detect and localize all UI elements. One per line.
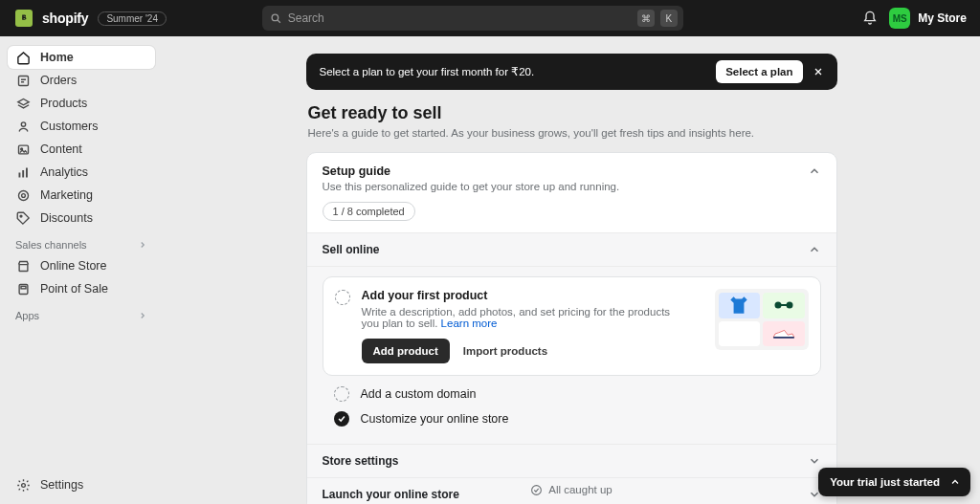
plan-banner: Select a plan to get your first month fo… <box>306 54 837 90</box>
svg-rect-6 <box>18 172 20 177</box>
sidebar-item-label: Marketing <box>40 189 93 202</box>
discounts-icon <box>15 210 31 226</box>
hero: Get ready to sell Here's a guide to get … <box>306 103 837 139</box>
setup-guide-card: Setup guide Use this personalized guide … <box>306 152 837 504</box>
sidebar-item-label: Products <box>40 98 87 110</box>
orders-icon <box>15 73 31 88</box>
task-description: Write a description, add photos, and set… <box>362 306 678 329</box>
store-switcher[interactable]: MS My Store <box>889 8 967 29</box>
sidebar-item-content[interactable]: Content <box>8 138 155 161</box>
home-icon <box>15 50 31 65</box>
app-shell: Home Orders Products Customers Content A… <box>0 36 980 504</box>
sidebar-item-settings[interactable]: Settings <box>8 473 155 496</box>
sidebar-item-label: Analytics <box>40 166 88 179</box>
svg-rect-12 <box>19 264 28 271</box>
sidebar-item-customers[interactable]: Customers <box>8 115 155 138</box>
sidebar-item-pos[interactable]: Point of Sale <box>8 277 155 300</box>
section-sell-online[interactable]: Sell online <box>307 232 836 266</box>
sidebar-item-analytics[interactable]: Analytics <box>8 161 155 184</box>
svg-point-16 <box>774 302 781 309</box>
main-content: Select a plan to get your first month fo… <box>163 36 980 504</box>
kbd-k: K <box>660 10 678 27</box>
chevron-up-icon <box>808 243 821 256</box>
sidebar-item-label: Online Store <box>40 260 106 273</box>
brand-area[interactable]: shopify Summer '24 <box>15 10 167 27</box>
svg-point-11 <box>20 215 22 217</box>
topbar-right: MS My Store <box>862 8 967 29</box>
task-status-incomplete-icon <box>334 386 349 402</box>
search-input[interactable]: Search ⌘ K <box>262 6 683 31</box>
svg-rect-18 <box>781 304 787 306</box>
sidebar: Home Orders Products Customers Content A… <box>0 36 163 504</box>
chevron-right-icon <box>138 240 147 250</box>
svg-rect-19 <box>773 337 794 339</box>
product-illustration <box>715 289 809 350</box>
sidebar-item-label: Point of Sale <box>40 283 108 296</box>
setup-guide-title: Setup guide <box>323 164 808 178</box>
analytics-icon <box>15 164 31 180</box>
sidebar-item-home[interactable]: Home <box>8 46 155 69</box>
svg-point-3 <box>21 121 25 125</box>
season-badge: Summer '24 <box>98 11 167 26</box>
svg-point-9 <box>18 190 28 200</box>
setup-guide-subtitle: Use this personalized guide to get your … <box>323 181 808 192</box>
task-customize-store[interactable]: Customize your online store <box>323 402 821 430</box>
collapse-guide-button[interactable] <box>808 164 821 178</box>
sidebar-item-marketing[interactable]: Marketing <box>8 184 155 207</box>
svg-point-17 <box>786 302 792 309</box>
svg-rect-14 <box>21 286 26 289</box>
check-circle-icon <box>530 484 543 496</box>
svg-rect-8 <box>26 167 28 177</box>
gear-icon <box>15 477 31 493</box>
import-products-button[interactable]: Import products <box>463 345 547 357</box>
svg-point-15 <box>21 483 25 487</box>
sidebar-item-label: Discounts <box>40 212 93 225</box>
svg-point-20 <box>532 485 542 494</box>
svg-point-0 <box>272 14 278 21</box>
marketing-icon <box>15 187 31 203</box>
page-subtitle: Here's a guide to get started. As your b… <box>308 127 837 139</box>
banner-close-button[interactable] <box>809 62 828 81</box>
chevron-up-icon <box>808 164 821 178</box>
trial-toast[interactable]: Your trial just started <box>818 468 970 496</box>
sidebar-item-discounts[interactable]: Discounts <box>8 207 155 230</box>
sidebar-item-label: Home <box>40 52 74 64</box>
task-title: Add a custom domain <box>361 387 477 401</box>
add-product-button[interactable]: Add product <box>362 339 450 363</box>
task-add-first-product[interactable]: Add your first product Write a descripti… <box>323 276 821 376</box>
svg-point-10 <box>21 193 25 197</box>
apps-header[interactable]: Apps <box>8 300 155 325</box>
svg-line-1 <box>278 20 280 23</box>
content-icon <box>15 142 31 157</box>
sell-online-tasks: Add your first product Write a descripti… <box>307 266 836 444</box>
sidebar-item-label: Orders <box>40 75 77 87</box>
sidebar-item-orders[interactable]: Orders <box>8 69 155 92</box>
task-add-custom-domain[interactable]: Add a custom domain <box>323 376 821 402</box>
svg-rect-2 <box>18 76 28 85</box>
brand-text: shopify <box>42 11 88 26</box>
avatar: MS <box>889 8 910 29</box>
online-store-icon <box>15 258 31 274</box>
kbd-cmd: ⌘ <box>637 10 655 27</box>
learn-more-link[interactable]: Learn more <box>441 318 498 329</box>
pos-icon <box>15 281 31 296</box>
page-title: Get ready to sell <box>308 103 837 123</box>
sidebar-item-products[interactable]: Products <box>8 92 155 115</box>
customers-icon <box>15 119 31 134</box>
shopify-logo-icon <box>15 10 33 27</box>
notifications-button[interactable] <box>862 11 878 26</box>
search-icon <box>270 12 282 25</box>
search-placeholder: Search <box>288 11 324 25</box>
sales-channels-header[interactable]: Sales channels <box>8 230 155 254</box>
sidebar-item-label: Content <box>40 143 82 156</box>
task-title: Add your first product <box>362 289 703 302</box>
chevron-up-icon <box>949 476 961 488</box>
select-plan-button[interactable]: Select a plan <box>716 60 802 83</box>
close-icon <box>813 66 824 77</box>
topbar: shopify Summer '24 Search ⌘ K MS My Stor… <box>0 0 980 36</box>
bell-icon <box>862 11 878 26</box>
products-icon <box>15 96 31 111</box>
banner-text: Select a plan to get your first month fo… <box>320 65 535 78</box>
sidebar-item-online-store[interactable]: Online Store <box>8 254 155 277</box>
section-store-settings[interactable]: Store settings <box>307 444 836 477</box>
